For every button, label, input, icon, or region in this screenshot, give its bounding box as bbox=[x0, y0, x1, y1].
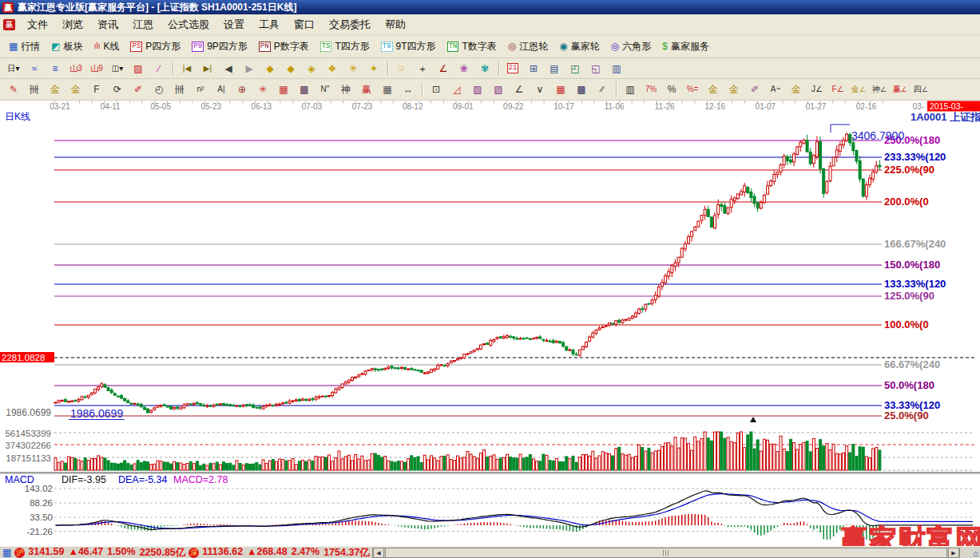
n-marks-button[interactable]: N″ bbox=[315, 81, 335, 98]
p-square-button[interactable]: PSP四方形 bbox=[125, 38, 186, 56]
flower-tool-button[interactable]: ❀ bbox=[454, 60, 474, 77]
crosshair-tool-button[interactable]: ＋ bbox=[412, 60, 433, 77]
quote-detail-button[interactable]: ≡ bbox=[45, 60, 65, 77]
menu-工具[interactable]: 工具 bbox=[252, 16, 287, 33]
f-angle-button[interactable]: F∠ bbox=[827, 81, 848, 98]
angle-line-button[interactable]: ∠ bbox=[509, 81, 530, 98]
gann-pencil-button[interactable]: ✎ bbox=[3, 81, 24, 98]
menu-江恩[interactable]: 江恩 bbox=[125, 16, 161, 33]
angle-tool-button[interactable]: ∠ bbox=[433, 60, 454, 77]
smart-tool-button[interactable]: ✾ bbox=[474, 60, 495, 77]
fan-lines-button[interactable]: ◿ bbox=[446, 81, 467, 98]
calendar-button[interactable]: 21 bbox=[502, 60, 523, 77]
box-plus-button[interactable]: ⊡ bbox=[426, 81, 446, 98]
kline-button[interactable]: ılıK线 bbox=[89, 38, 125, 56]
gold-line-button[interactable]: 金 bbox=[724, 81, 744, 98]
gold-ruler-1-button[interactable]: 金 bbox=[45, 81, 65, 98]
sectors-button[interactable]: ◩板块 bbox=[46, 38, 88, 56]
scroll-right-arrow-icon[interactable]: ▶ bbox=[948, 548, 959, 558]
shen-angle-button[interactable]: 神∠ bbox=[869, 81, 890, 98]
overlay-3-button[interactable]: 山3 bbox=[65, 60, 86, 77]
gann-wheel-button[interactable]: ◎江恩轮 bbox=[502, 38, 553, 56]
si-angle-button[interactable]: 四∠ bbox=[911, 81, 931, 98]
shen-ruler-button[interactable]: 神 bbox=[335, 81, 356, 98]
ying-ruler-button[interactable]: 赢 bbox=[356, 81, 377, 98]
percent-line-button[interactable]: %= bbox=[682, 81, 703, 98]
gold-angle-button[interactable]: 金∠ bbox=[848, 81, 869, 98]
winner-wheel-button[interactable]: ◉赢家轮 bbox=[553, 38, 605, 56]
f-ruler-button[interactable]: F bbox=[86, 81, 107, 98]
percent-button[interactable]: % bbox=[661, 81, 682, 98]
brush-button[interactable]: ✐ bbox=[744, 81, 765, 98]
nav-prev-button[interactable]: ◀ bbox=[218, 60, 239, 77]
calculator-button[interactable]: ⊞ bbox=[523, 60, 544, 77]
n-squared-button[interactable]: n² bbox=[190, 81, 211, 98]
zoom-right-button[interactable]: ◆ bbox=[280, 60, 301, 77]
wave-v-button[interactable]: ∨ bbox=[530, 81, 550, 98]
gold-circle-button[interactable]: 金 bbox=[703, 81, 724, 98]
web-box-button[interactable]: ▦ bbox=[273, 81, 294, 98]
horizontal-scrollbar[interactable]: ◀ ▶ bbox=[372, 548, 960, 558]
zoom-all-button[interactable]: ❖ bbox=[322, 60, 343, 77]
menu-设置[interactable]: 设置 bbox=[216, 16, 252, 33]
nav-first-button[interactable]: |◀ bbox=[177, 60, 197, 77]
menu-窗口[interactable]: 窗口 bbox=[287, 16, 322, 33]
9t-square-button[interactable]: T99T四方形 bbox=[375, 38, 442, 56]
menu-浏览[interactable]: 浏览 bbox=[55, 16, 90, 33]
period-selector-button[interactable]: 日▾ bbox=[3, 60, 24, 77]
nav-last-button[interactable]: ▶| bbox=[197, 60, 218, 77]
menu-文件[interactable]: 文件 bbox=[20, 16, 55, 33]
scroll-left-arrow-icon[interactable]: ◀ bbox=[373, 548, 384, 558]
web-box-2-button[interactable]: ▩ bbox=[294, 81, 315, 98]
status-corner-icon[interactable]: ⌂ bbox=[973, 548, 978, 558]
9p-square-button[interactable]: P99P四方形 bbox=[186, 38, 253, 56]
hexagon-button[interactable]: ◎六角形 bbox=[605, 38, 657, 56]
grid-dark-button[interactable]: ▩ bbox=[571, 81, 592, 98]
market-button[interactable]: ▦行情 bbox=[3, 38, 46, 56]
bars-ruler-button[interactable]: ▥ bbox=[620, 81, 641, 98]
menu-公式选股[interactable]: 公式选股 bbox=[161, 16, 216, 33]
menu-资讯[interactable]: 资讯 bbox=[90, 16, 125, 33]
trend-line-mode-button[interactable]: ≈ bbox=[24, 60, 45, 77]
scrollbar-thumb[interactable] bbox=[385, 548, 947, 558]
p-number-table-button[interactable]: PNP数字表 bbox=[253, 38, 315, 56]
tick-ruler-2-button[interactable]: 卌 bbox=[169, 81, 190, 98]
winner-service-button[interactable]: $赢家服务 bbox=[657, 38, 715, 56]
zoom-left-button[interactable]: ◆ bbox=[260, 60, 280, 77]
t-number-table-button[interactable]: TNT数字表 bbox=[442, 38, 502, 56]
red-pencil-button[interactable]: ✐ bbox=[128, 81, 149, 98]
ying-angle-button[interactable]: 赢∠ bbox=[890, 81, 911, 98]
minute-chart-button[interactable]: ∕ bbox=[149, 60, 169, 77]
pattern-box-button[interactable]: ▨ bbox=[128, 60, 149, 77]
parallel-lines-button[interactable]: ∕∕ bbox=[592, 81, 613, 98]
gold-ruler-2-button[interactable]: 金 bbox=[65, 81, 86, 98]
grid-123-button[interactable]: ▦ bbox=[377, 81, 398, 98]
t-square-button[interactable]: TST四方形 bbox=[315, 38, 375, 56]
spiral-button[interactable]: ⟳ bbox=[107, 81, 128, 98]
candle-style-button[interactable]: ◫▾ bbox=[107, 60, 128, 77]
zoom-in-star-button[interactable]: ✦ bbox=[363, 60, 384, 77]
menu-帮助[interactable]: 帮助 bbox=[378, 16, 413, 33]
zoom-horizontal-button[interactable]: ◈ bbox=[301, 60, 322, 77]
wave-a-button[interactable]: A~ bbox=[765, 81, 786, 98]
nav-next-button[interactable]: ▶ bbox=[239, 60, 260, 77]
percent-strike-button[interactable]: 7% bbox=[641, 81, 661, 98]
overlay-9-button[interactable]: 山9 bbox=[86, 60, 107, 77]
j-angle-button[interactable]: J∠ bbox=[807, 81, 827, 98]
gann-web-button[interactable]: ✳ bbox=[252, 81, 273, 98]
ruler-ticks-button[interactable]: 卌 bbox=[24, 81, 45, 98]
export-button[interactable]: ◱ bbox=[585, 60, 606, 77]
print-button[interactable]: ▥ bbox=[606, 60, 627, 77]
grid-red-button[interactable]: ▦ bbox=[550, 81, 571, 98]
notes-button[interactable]: ▤ bbox=[544, 60, 565, 77]
menu-交易委托[interactable]: 交易委托 bbox=[322, 16, 378, 33]
zoom-out-star-button[interactable]: ✳ bbox=[343, 60, 363, 77]
ray-box-button[interactable]: ▧ bbox=[488, 81, 509, 98]
save-button[interactable]: ◰ bbox=[565, 60, 585, 77]
circle-cross-button[interactable]: ⊕ bbox=[232, 81, 252, 98]
span-arrows-button[interactable]: ↔ bbox=[398, 81, 419, 98]
quote-grid-icon[interactable]: ▦ bbox=[2, 548, 11, 557]
fan-box-button[interactable]: ▨ bbox=[467, 81, 488, 98]
gann-clock-button[interactable]: ◴ bbox=[149, 81, 169, 98]
gold-line-2-button[interactable]: 金 bbox=[786, 81, 807, 98]
